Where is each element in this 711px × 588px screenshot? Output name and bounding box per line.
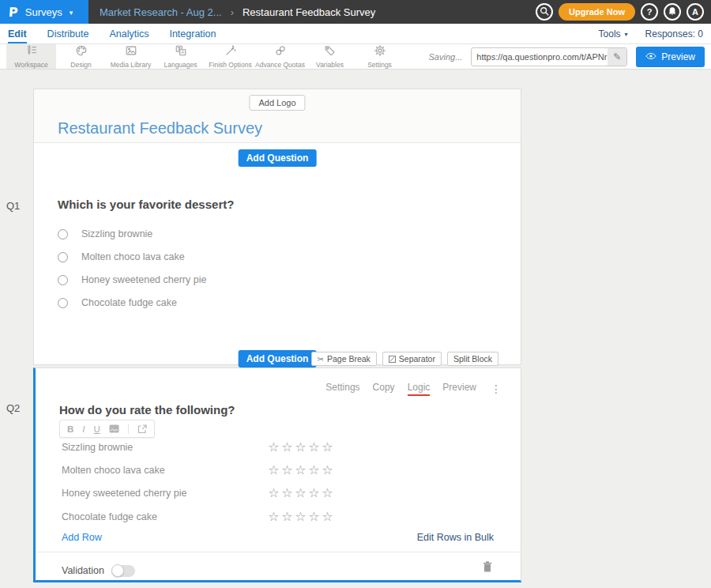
toolbar-item-finish-options[interactable]: Finish Options <box>205 44 255 69</box>
add-question-button-bottom[interactable]: Add Question <box>239 350 317 368</box>
q2-question-text[interactable]: How do you rate the following? <box>59 403 235 416</box>
workspace-icon <box>25 44 38 60</box>
tab-distribute[interactable]: Distribute <box>47 24 89 43</box>
star-icon[interactable]: ☆ <box>321 439 334 454</box>
radio-icon[interactable] <box>58 275 68 285</box>
star-icon[interactable]: ☆ <box>294 439 307 454</box>
saving-status: Saving... <box>429 52 463 62</box>
q1-option-row[interactable]: Chocolate fudge cake <box>58 297 177 308</box>
star-icon[interactable]: ☆ <box>307 439 321 454</box>
toolbar-item-media-library[interactable]: Media Library <box>106 44 156 69</box>
question-settings-link[interactable]: Settings <box>325 382 359 396</box>
question-mark-icon: ? <box>647 7 653 17</box>
star-icon[interactable]: ☆ <box>321 509 334 524</box>
star-icon[interactable]: ☆ <box>267 439 280 454</box>
question-preview-link[interactable]: Preview <box>442 382 476 396</box>
question-logic-link[interactable]: Logic <box>408 382 431 396</box>
toolbar-item-advance-quotas[interactable]: Advance Quotas <box>255 44 305 69</box>
magic-wand-icon <box>224 44 237 60</box>
tab-integration[interactable]: Integration <box>169 24 216 43</box>
kebab-menu-icon[interactable]: ⋮ <box>491 383 502 395</box>
question-copy-link[interactable]: Copy <box>373 382 395 396</box>
star-icon[interactable]: ☆ <box>267 485 280 500</box>
survey-block-2-selected: Settings Copy Logic Preview ⋮ How do you… <box>33 368 521 582</box>
preview-button[interactable]: Preview <box>636 47 705 67</box>
radio-icon[interactable] <box>58 229 68 239</box>
q1-question-text[interactable]: Which is your favorite dessert? <box>58 198 234 211</box>
radio-icon[interactable] <box>58 252 68 262</box>
split-block-button[interactable]: Split Block <box>447 352 498 366</box>
breadcrumb-survey-name: Restaurant Feedback Survey <box>243 6 375 18</box>
add-logo-button[interactable]: Add Logo <box>249 95 305 111</box>
gear-icon <box>374 44 386 60</box>
toolbar-item-variables[interactable]: Variables <box>305 44 355 69</box>
page-break-button[interactable]: ✂ Page Break <box>311 352 377 366</box>
avatar[interactable]: A <box>687 3 704 21</box>
edit-url-button[interactable]: ✎ <box>608 48 626 66</box>
bell-icon <box>668 6 677 18</box>
add-question-button-top[interactable]: Add Question <box>239 149 317 167</box>
insert-image-button[interactable] <box>109 424 119 433</box>
breadcrumb-folder[interactable]: Market Research - Aug 2... <box>100 6 222 18</box>
bold-button[interactable]: B <box>67 424 73 434</box>
text-format-toolbar: B I U <box>59 420 155 438</box>
validation-toggle[interactable] <box>111 565 135 577</box>
chain-link-icon <box>274 44 287 60</box>
edit-rows-in-bulk-link[interactable]: Edit Rows in Bulk <box>417 532 494 543</box>
star-icon[interactable]: ☆ <box>307 462 321 477</box>
rating-row: Honey sweetened cherry pie ☆☆☆☆☆ <box>62 487 497 499</box>
star-icon[interactable]: ☆ <box>280 485 294 500</box>
tools-menu[interactable]: Tools ▾ <box>599 28 628 40</box>
questionpro-logo: P <box>8 5 18 20</box>
q1-option-row[interactable]: Molten choco lava cake <box>58 251 185 262</box>
upgrade-now-button[interactable]: Upgrade Now <box>559 3 635 21</box>
tools-label: Tools <box>599 28 621 40</box>
italic-button[interactable]: I <box>82 424 85 434</box>
star-icon[interactable]: ☆ <box>267 509 280 524</box>
toolbar-item-settings[interactable]: Settings <box>355 44 404 69</box>
q1-option-row[interactable]: Honey sweetened cherry pie <box>58 274 206 285</box>
toolbar-item-languages[interactable]: A Languages <box>156 44 205 69</box>
topbar: P Surveys ▾ Market Research - Aug 2... ›… <box>0 0 711 24</box>
delete-question-button[interactable] <box>483 561 492 575</box>
question-action-menu: Settings Copy Logic Preview ⋮ <box>325 382 502 396</box>
separator-button[interactable]: Separator <box>382 352 442 366</box>
star-icon[interactable]: ☆ <box>280 439 294 454</box>
svg-text:A: A <box>181 50 184 55</box>
avatar-initial: A <box>692 7 698 17</box>
block-footer: Add Question ✂ Page Break Separator Spli… <box>34 350 521 368</box>
toolbar-item-workspace[interactable]: Workspace <box>6 44 56 69</box>
star-icon[interactable]: ☆ <box>321 462 334 477</box>
responses-count[interactable]: Responses: 0 <box>645 28 703 40</box>
q1-option-row[interactable]: Sizzling brownie <box>58 228 152 239</box>
radio-icon[interactable] <box>58 298 68 308</box>
search-button[interactable] <box>536 3 553 21</box>
pencil-icon: ✎ <box>613 51 621 62</box>
surveys-product-switcher[interactable]: P Surveys ▾ <box>0 0 88 24</box>
share-url-field[interactable]: https://qa.questionpro.com/t/APNrFZgS ✎ <box>471 47 627 66</box>
star-icon[interactable]: ☆ <box>307 509 321 524</box>
breadcrumb: Market Research - Aug 2... › Restaurant … <box>100 6 375 18</box>
underline-button[interactable]: U <box>94 424 100 434</box>
star-icon[interactable]: ☆ <box>294 462 307 477</box>
star-icon[interactable]: ☆ <box>294 485 307 500</box>
block-actions: ✂ Page Break Separator Split Block <box>311 352 498 366</box>
notifications-button[interactable] <box>664 3 681 21</box>
star-rating: ☆☆☆☆☆ <box>267 509 334 524</box>
star-icon[interactable]: ☆ <box>307 485 321 500</box>
star-icon[interactable]: ☆ <box>280 509 294 524</box>
star-icon[interactable]: ☆ <box>267 462 280 477</box>
star-icon[interactable]: ☆ <box>321 485 334 500</box>
toolbar-item-design[interactable]: Design <box>56 44 106 69</box>
validation-row: Validation <box>62 563 494 579</box>
eye-icon <box>645 51 656 62</box>
survey-title[interactable]: Restaurant Feedback Survey <box>58 119 262 138</box>
star-icon[interactable]: ☆ <box>280 462 294 477</box>
help-button[interactable]: ? <box>641 3 658 21</box>
star-icon[interactable]: ☆ <box>294 509 307 524</box>
external-link-button[interactable] <box>137 424 147 434</box>
star-rating: ☆☆☆☆☆ <box>267 485 334 500</box>
add-row-link[interactable]: Add Row <box>62 532 102 543</box>
tab-analytics[interactable]: Analytics <box>109 24 149 43</box>
tab-edit[interactable]: Edit <box>8 24 27 43</box>
